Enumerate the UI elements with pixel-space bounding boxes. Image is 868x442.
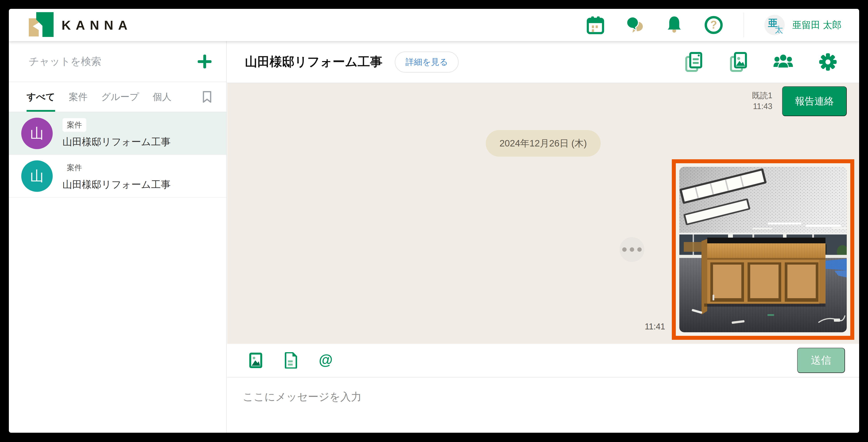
chat-search-row: チャットを検索 bbox=[9, 41, 226, 82]
messages-icon[interactable] bbox=[625, 15, 644, 35]
top-navigation-bar: KANNA bbox=[9, 9, 859, 41]
chat-room-title: 山田様邸リフォーム工事 bbox=[245, 54, 382, 70]
chat-filter-tabs: すべて 案件 グループ 個人 bbox=[9, 82, 226, 112]
user-avatar-char-2: 太 bbox=[775, 24, 783, 35]
read-receipt: 既読1 11:43 bbox=[752, 86, 772, 112]
message-area: 既読1 11:43 報告連絡 2024年12月26日 (木) 11:41 bbox=[227, 83, 859, 344]
message-input[interactable]: ここにメッセージを入力 bbox=[227, 377, 859, 433]
message-more-options-button[interactable] bbox=[620, 237, 644, 262]
message-photo-highlighted[interactable] bbox=[672, 159, 854, 340]
kanna-logo-text: KANNA bbox=[62, 18, 132, 33]
message-timestamp: 11:41 bbox=[645, 322, 665, 331]
chat-main-panel: 山田様邸リフォーム工事 詳細を見る bbox=[227, 41, 859, 433]
tab-personal[interactable]: 個人 bbox=[153, 82, 172, 112]
chat-sidebar: チャットを検索 すべて 案件 グループ 個人 山 案件 bbox=[9, 41, 227, 433]
bookmark-filter-icon[interactable] bbox=[200, 82, 213, 112]
report-contact-button[interactable]: 報告連絡 bbox=[782, 86, 847, 116]
notifications-bell-icon[interactable] bbox=[665, 15, 684, 35]
chat-avatar: 山 bbox=[21, 118, 53, 149]
user-name: 亜留田 太郎 bbox=[792, 19, 841, 31]
date-divider: 2024年12月26日 (木) bbox=[486, 130, 601, 157]
svg-text:?: ? bbox=[710, 19, 717, 31]
help-icon[interactable]: ? bbox=[704, 15, 723, 35]
settings-gear-icon[interactable] bbox=[818, 52, 838, 72]
photos-icon[interactable] bbox=[728, 52, 748, 72]
chat-item-title: 山田様邸リフォーム工事 bbox=[62, 135, 170, 148]
tab-group[interactable]: グループ bbox=[101, 82, 139, 112]
message-input-placeholder: ここにメッセージを入力 bbox=[243, 391, 362, 403]
topbar-divider bbox=[744, 12, 744, 37]
composer-toolbar: @ 送信 bbox=[227, 344, 859, 377]
attach-document-icon[interactable] bbox=[283, 352, 299, 369]
kanna-app-window: KANNA bbox=[9, 9, 859, 433]
members-icon[interactable] bbox=[773, 52, 793, 72]
topbar-actions: ? 亜 太 亜留田 太郎 bbox=[586, 12, 841, 37]
chat-list-item-2[interactable]: 山 案件 山田様邸リフォーム工事 bbox=[9, 155, 226, 198]
calendar-icon[interactable] bbox=[586, 15, 605, 35]
search-input[interactable]: チャットを検索 bbox=[29, 55, 196, 68]
attach-image-icon[interactable] bbox=[248, 352, 264, 369]
chat-header: 山田様邸リフォーム工事 詳細を見る bbox=[227, 41, 859, 83]
add-chat-button[interactable] bbox=[196, 53, 213, 70]
view-details-button[interactable]: 詳細を見る bbox=[395, 52, 459, 73]
tab-project[interactable]: 案件 bbox=[69, 82, 88, 112]
chat-item-title: 山田様邸リフォーム工事 bbox=[62, 178, 170, 191]
svg-text:@: @ bbox=[319, 352, 333, 368]
office-photo bbox=[679, 167, 847, 332]
kanna-logo[interactable]: KANNA bbox=[29, 12, 132, 38]
chat-avatar: 山 bbox=[21, 160, 53, 192]
kanna-logo-icon bbox=[29, 12, 54, 38]
documents-icon[interactable] bbox=[684, 52, 704, 72]
user-avatar: 亜 太 bbox=[764, 15, 785, 35]
mention-icon[interactable]: @ bbox=[317, 352, 334, 369]
send-button[interactable]: 送信 bbox=[797, 348, 845, 373]
tab-all[interactable]: すべて bbox=[27, 82, 55, 112]
user-menu[interactable]: 亜 太 亜留田 太郎 bbox=[764, 15, 841, 35]
chat-type-badge: 案件 bbox=[62, 161, 86, 174]
chat-type-badge: 案件 bbox=[62, 118, 86, 132]
chat-list-item-1[interactable]: 山 案件 山田様邸リフォーム工事 bbox=[9, 112, 226, 155]
